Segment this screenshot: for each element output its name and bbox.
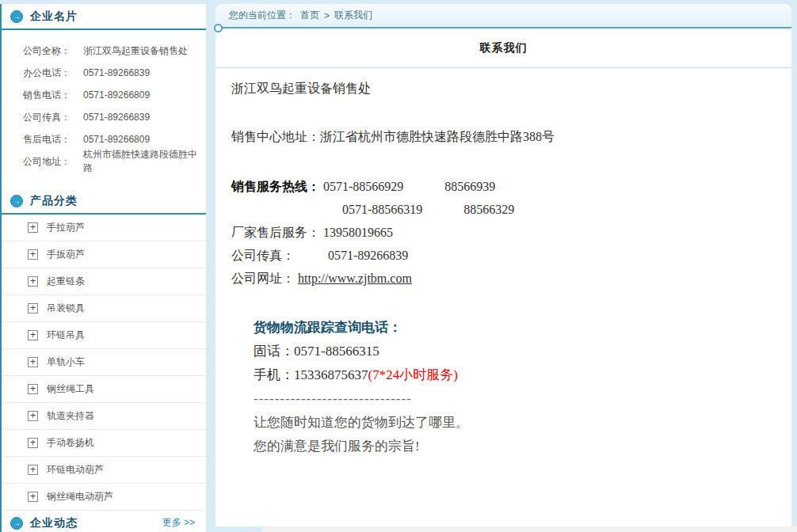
category-label[interactable]: 钢丝绳工具 [47,382,94,396]
website-line: 公司网址： http://www.zjtbm.com [231,267,776,290]
company-name: 浙江双鸟起重设备销售处 [231,81,776,97]
logistics-note-1: 让您随时知道您的货物到达了哪里。 [254,411,776,435]
circle-arrow-icon: → [10,517,23,530]
fax-label: 公司传真： [231,244,325,267]
category-item-rigging-locks[interactable]: + 吊装锁具 [2,295,206,322]
expand-plus-icon[interactable]: + [28,411,38,421]
after-sales-line: 厂家售后服务： 13958019665 [231,221,776,244]
logistics-mobile-line: 手机：15336875637(7*24小时服务) [254,363,776,387]
category-item-wire-rope-tools[interactable]: + 钢丝绳工具 [2,376,206,403]
divider-dot-icon [214,24,223,32]
category-label[interactable]: 单轨小车 [47,355,85,369]
card-row-value: 0571-89266809 [83,134,150,145]
website-link[interactable]: http://www.zjtbm.com [298,272,412,285]
expand-plus-icon[interactable]: + [28,438,38,448]
after-sales-phone: 13958019665 [323,226,393,239]
circle-arrow-icon: → [10,10,23,23]
category-item-rail-clamp[interactable]: + 轨道夹持器 [2,403,206,430]
categories-header: → 产品分类 [2,188,206,215]
news-more-link[interactable]: 更多 >> [162,516,195,530]
contact-lines: 销售服务热线： 0571-88566929 88566939 0571-8856… [231,175,776,290]
page-title: 联系我们 [480,41,528,55]
company-card-rows: 公司全称： 浙江双鸟起重设备销售处 办公电话： 0571-89266839 销售… [2,30,206,179]
card-row-label: 办公电话： [23,66,74,80]
card-row-label: 售后电话： [23,133,74,146]
company-card-row: 公司地址： 杭州市德胜快速路段德胜中路 [23,150,206,173]
card-row-value: 0571-89266839 [83,67,150,78]
category-item-hand-chain-hoist[interactable]: + 手拉葫芦 [2,215,206,241]
company-card-header: → 企业名片 [2,4,206,30]
logistics-mobile: 手机：15336875637 [254,367,368,382]
hotline-line-2: 0571-88566319 88566329 [231,198,776,221]
breadcrumb-prefix: 您的当前位置： [229,9,296,22]
category-label[interactable]: 吊装锁具 [47,302,85,315]
sidebar: → 企业名片 公司全称： 浙江双鸟起重设备销售处 办公电话： 0571-8926… [0,4,206,532]
category-label[interactable]: 手拉葫芦 [47,221,85,234]
card-row-label: 公司全称： [23,44,74,58]
expand-plus-icon[interactable]: + [28,276,38,287]
category-label[interactable]: 钢丝绳电动葫芦 [47,490,113,504]
hotline-number: 88566939 [444,180,495,193]
category-label[interactable]: 环链电动葫芦 [47,463,104,477]
card-row-label: 公司地址： [23,155,74,169]
card-row-label: 公司传真： [23,111,74,124]
news-header-left: → 企业动态 [10,516,78,530]
sales-center-address: 销售中心地址：浙江省杭州市德胜快速路段德胜中路388号 [231,129,776,146]
expand-plus-icon[interactable]: + [28,384,38,394]
category-item-chain-sling[interactable]: + 环链吊具 [2,322,206,349]
hotline-line-1: 销售服务热线： 0571-88566929 88566939 [231,175,776,198]
hotline-number: 0571-88566929 [323,180,403,193]
category-list: + 手拉葫芦 + 手扳葫芦 + 起重链条 + 吊装锁具 + 环链吊具 + 单轨小… [2,215,206,511]
company-card-title: 企业名片 [30,10,78,24]
expand-plus-icon[interactable]: + [28,357,38,367]
hotline-number: 88566329 [463,203,514,216]
expand-plus-icon[interactable]: + [28,303,38,314]
logistics-landline: 固话：0571-88566315 [254,340,776,363]
hotline-number: 0571-88566319 [342,203,422,216]
category-label[interactable]: 起重链条 [47,275,85,288]
company-card-row: 售后电话： 0571-89266809 [23,128,206,150]
footer-strip [261,526,797,532]
expand-plus-icon[interactable]: + [28,492,38,502]
category-item-electric-chain-hoist[interactable]: + 环链电动葫芦 [2,457,206,484]
breadcrumb-separator: > [324,10,330,21]
category-label[interactable]: 手扳葫芦 [47,248,85,261]
breadcrumb: 您的当前位置： 首页 > 联系我们 [215,4,791,27]
category-item-lifting-chain[interactable]: + 起重链条 [2,268,206,295]
hotline-label: 销售服务热线： [231,180,320,193]
logistics-service-note: (7*24小时服务) [368,367,458,382]
category-item-lever-hoist[interactable]: + 手扳葫芦 [2,241,206,268]
category-label[interactable]: 手动卷扬机 [47,436,94,450]
news-title: 企业动态 [30,516,78,530]
category-label[interactable]: 环链吊具 [47,329,85,342]
expand-plus-icon[interactable]: + [28,330,38,340]
page-title-bar: 联系我们 [215,28,791,68]
card-row-value: 浙江双鸟起重设备销售处 [83,44,188,58]
company-card-row: 公司传真： 0571-89266839 [23,106,206,128]
company-card-row: 办公电话： 0571-89266839 [23,62,206,84]
company-card-row: 公司全称： 浙江双鸟起重设备销售处 [23,40,206,62]
logistics-note-2: 您的满意是我们服务的宗旨! [254,435,776,458]
card-row-label: 销售电话： [23,89,74,102]
contact-content: 浙江双鸟起重设备销售处 销售中心地址：浙江省杭州市德胜快速路段德胜中路388号 … [215,81,791,458]
company-card-row: 销售电话： 0571-89266809 [23,84,206,106]
breadcrumb-home-link[interactable]: 首页 [300,9,319,22]
category-item-manual-winch[interactable]: + 手动卷扬机 [2,430,206,457]
fax-number: 0571-89266839 [328,249,408,262]
category-label[interactable]: 轨道夹持器 [47,409,94,423]
card-row-value: 0571-89266839 [83,112,150,123]
card-row-value: 0571-89266809 [83,89,150,101]
category-item-electric-wire-rope-hoist[interactable]: + 钢丝绳电动葫芦 [2,484,206,511]
expand-plus-icon[interactable]: + [28,222,38,233]
expand-plus-icon[interactable]: + [28,465,38,475]
website-label: 公司网址： [231,272,295,285]
news-header: → 企业动态 更多 >> [2,511,206,532]
main-panel: 您的当前位置： 首页 > 联系我们 联系我们 浙江双鸟起重设备销售处 销售中心地… [215,4,791,526]
after-sales-label: 厂家售后服务： [231,226,320,239]
card-row-value: 杭州市德胜快速路段德胜中路 [83,148,206,175]
dashed-divider: ------------------------------ [254,387,776,411]
category-item-monorail-trolley[interactable]: + 单轨小车 [2,349,206,376]
breadcrumb-current: 联系我们 [334,9,372,22]
expand-plus-icon[interactable]: + [28,249,38,260]
logistics-block: 货物物流跟踪查询电话： 固话：0571-88566315 手机：15336875… [254,316,776,458]
